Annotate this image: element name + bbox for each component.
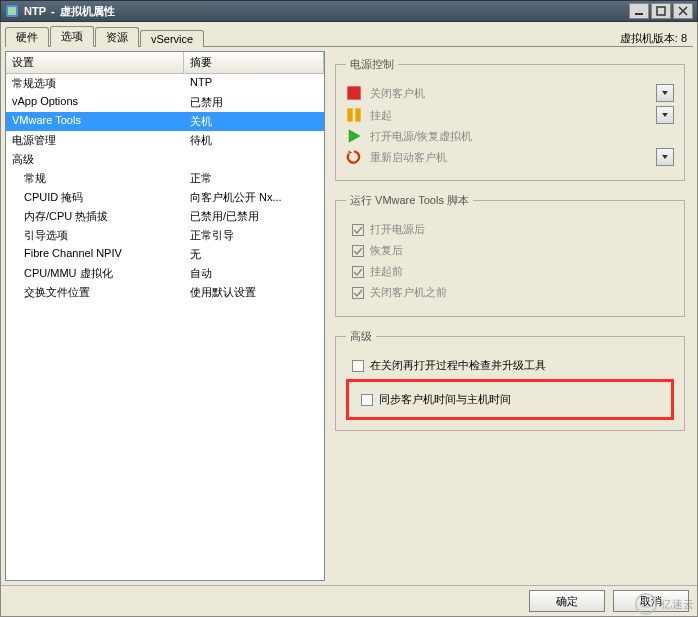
power-label: 重新启动客户机	[370, 150, 648, 165]
ok-button[interactable]: 确定	[529, 590, 605, 612]
list-item[interactable]: 引导选项正常引导	[6, 226, 324, 245]
checkbox-label: 恢复后	[370, 243, 403, 258]
tab-resources[interactable]: 资源	[95, 27, 139, 47]
dialog-body: 硬件 选项 资源 vService 虚拟机版本: 8 设置 摘要 常规选项NTP…	[0, 22, 698, 585]
tab-vservice[interactable]: vService	[140, 30, 204, 47]
checkbox-label: 同步客户机时间与主机时间	[379, 392, 511, 407]
tab-options[interactable]: 选项	[50, 26, 94, 47]
advanced-option[interactable]: 同步客户机时间与主机时间	[361, 392, 665, 407]
title-suffix: 虚拟机属性	[60, 4, 115, 19]
col-setting[interactable]: 设置	[6, 52, 184, 73]
list-item[interactable]: vApp Options已禁用	[6, 93, 324, 112]
tab-hardware[interactable]: 硬件	[5, 27, 49, 47]
list-item[interactable]: 高级	[6, 150, 324, 169]
script-option: 打开电源后	[352, 222, 674, 237]
list-item[interactable]: CPU/MMU 虚拟化自动	[6, 264, 324, 283]
scripts-legend: 运行 VMware Tools 脚本	[346, 193, 473, 208]
play-icon	[346, 128, 362, 144]
checkbox-label: 打开电源后	[370, 222, 425, 237]
checkbox[interactable]	[361, 394, 373, 406]
list-header: 设置 摘要	[6, 52, 324, 74]
checkbox	[352, 287, 364, 299]
scripts-group: 运行 VMware Tools 脚本 打开电源后恢复后挂起前关闭客户机之前	[335, 193, 685, 317]
script-option: 关闭客户机之前	[352, 285, 674, 300]
tab-row: 硬件 选项 资源 vService 虚拟机版本: 8	[1, 22, 697, 46]
advanced-option[interactable]: 在关闭再打开过程中检查并升级工具	[352, 358, 674, 373]
list-item[interactable]: 常规正常	[6, 169, 324, 188]
advanced-legend: 高级	[346, 329, 376, 344]
chevron-down-icon[interactable]	[656, 84, 674, 102]
advanced-group: 高级 在关闭再打开过程中检查并升级工具同步客户机时间与主机时间	[335, 329, 685, 431]
power-label: 挂起	[370, 108, 648, 123]
right-pane: 电源控制 关闭客户机挂起打开电源/恢复虚拟机重新启动客户机 运行 VMware …	[325, 51, 693, 581]
power-option[interactable]: 重新启动客户机	[346, 148, 674, 166]
list-item[interactable]: 电源管理待机	[6, 131, 324, 150]
pause-icon	[346, 107, 362, 123]
chevron-down-icon[interactable]	[656, 148, 674, 166]
power-label: 关闭客户机	[370, 86, 648, 101]
power-control-group: 电源控制 关闭客户机挂起打开电源/恢复虚拟机重新启动客户机	[335, 57, 685, 181]
stop-icon	[346, 85, 362, 101]
checkbox	[352, 245, 364, 257]
restart-icon	[346, 149, 362, 165]
col-summary[interactable]: 摘要	[184, 52, 324, 73]
title-bar: NTP - 虚拟机属性	[0, 0, 698, 22]
power-option[interactable]: 挂起	[346, 106, 674, 124]
title-sep: -	[51, 5, 55, 17]
title-app: NTP	[24, 5, 46, 17]
checkbox-label: 在关闭再打开过程中检查并升级工具	[370, 358, 546, 373]
chevron-down-icon[interactable]	[656, 106, 674, 124]
list-item[interactable]: 内存/CPU 热插拔已禁用/已禁用	[6, 207, 324, 226]
checkbox	[352, 266, 364, 278]
script-option: 恢复后	[352, 243, 674, 258]
checkbox-label: 挂起前	[370, 264, 403, 279]
svg-rect-3	[657, 7, 665, 15]
svg-rect-5	[347, 108, 352, 121]
list-item[interactable]: 常规选项NTP	[6, 74, 324, 93]
list-item[interactable]: 交换文件位置使用默认设置	[6, 283, 324, 302]
list-item[interactable]: CPUID 掩码向客户机公开 Nx...	[6, 188, 324, 207]
highlight-box: 同步客户机时间与主机时间	[346, 379, 674, 420]
svg-rect-4	[347, 86, 360, 99]
checkbox-label: 关闭客户机之前	[370, 285, 447, 300]
settings-list: 设置 摘要 常规选项NTPvApp Options已禁用VMware Tools…	[5, 51, 325, 581]
vsphere-icon	[5, 4, 19, 18]
cancel-button[interactable]: 取消	[613, 590, 689, 612]
close-button[interactable]	[673, 3, 693, 19]
minimize-button[interactable]	[629, 3, 649, 19]
power-label: 打开电源/恢复虚拟机	[370, 129, 648, 144]
svg-rect-1	[8, 7, 16, 15]
checkbox[interactable]	[352, 360, 364, 372]
checkbox	[352, 224, 364, 236]
power-option: 打开电源/恢复虚拟机	[346, 128, 674, 144]
power-option[interactable]: 关闭客户机	[346, 84, 674, 102]
button-bar: 确定 取消	[0, 585, 698, 617]
list-item[interactable]: VMware Tools关机	[6, 112, 324, 131]
list-item[interactable]: Fibre Channel NPIV无	[6, 245, 324, 264]
svg-rect-6	[355, 108, 360, 121]
script-option: 挂起前	[352, 264, 674, 279]
svg-rect-2	[635, 13, 643, 15]
maximize-button[interactable]	[651, 3, 671, 19]
vm-version-label: 虚拟机版本: 8	[620, 31, 693, 46]
power-control-legend: 电源控制	[346, 57, 398, 72]
